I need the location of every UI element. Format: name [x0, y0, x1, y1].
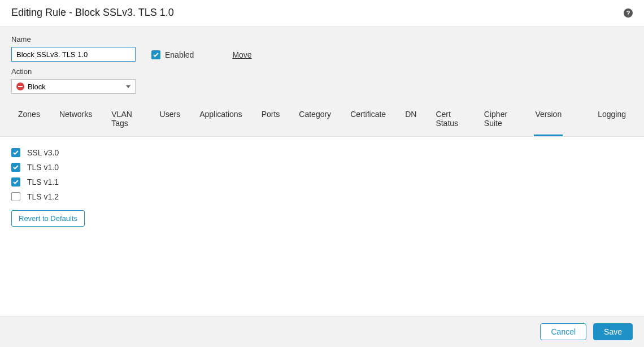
action-field-block: Action Block	[11, 67, 633, 94]
block-icon	[16, 83, 24, 90]
tab-category[interactable]: Category	[298, 104, 332, 136]
tabs-bar: ZonesNetworksVLAN TagsUsersApplicationsP…	[11, 104, 633, 136]
dialog-footer: Cancel Save	[0, 316, 644, 347]
enabled-label: Enabled	[165, 50, 194, 59]
dialog-header: Editing Rule - Block SSLv3. TLS 1.0 ?	[0, 0, 644, 27]
version-row: SSL v3.0	[11, 148, 633, 157]
version-checkbox[interactable]	[11, 148, 20, 157]
version-checkbox[interactable]	[11, 163, 20, 172]
version-row: TLS v1.0	[11, 163, 633, 172]
revert-button[interactable]: Revert to Defaults	[11, 210, 85, 227]
chevron-down-icon	[126, 85, 130, 88]
version-label: TLS v1.2	[27, 192, 59, 201]
version-row: TLS v1.2	[11, 192, 633, 201]
tab-applications[interactable]: Applications	[198, 104, 243, 136]
version-row: TLS v1.1	[11, 177, 633, 186]
action-value: Block	[28, 83, 46, 91]
tab-users[interactable]: Users	[159, 104, 182, 136]
version-checkbox[interactable]	[11, 177, 20, 186]
dialog-title: Editing Rule - Block SSLv3. TLS 1.0	[11, 7, 174, 19]
enabled-toggle[interactable]: Enabled	[151, 50, 194, 62]
version-label: SSL v3.0	[27, 148, 59, 157]
tab-version[interactable]: Version	[534, 104, 563, 136]
name-input[interactable]	[11, 47, 136, 62]
version-label: TLS v1.0	[27, 163, 59, 172]
help-icon[interactable]: ?	[624, 8, 633, 18]
tab-certificate[interactable]: Certificate	[349, 104, 387, 136]
version-label: TLS v1.1	[27, 177, 59, 186]
move-link[interactable]: Move	[232, 50, 251, 62]
action-label: Action	[11, 67, 633, 76]
tab-ports[interactable]: Ports	[260, 104, 281, 136]
enabled-checkbox[interactable]	[151, 50, 160, 59]
tab-cert-status[interactable]: Cert Status	[434, 104, 465, 136]
tab-logging[interactable]: Logging	[597, 104, 627, 136]
tab-zones[interactable]: Zones	[17, 104, 41, 136]
name-field-block: Name	[11, 35, 136, 62]
form-area: Name Enabled Move Action Block ZonesNetw…	[0, 27, 644, 137]
action-select[interactable]: Block	[11, 79, 136, 94]
tab-dn[interactable]: DN	[404, 104, 417, 136]
version-checkbox[interactable]	[11, 192, 20, 201]
tab-vlan-tags[interactable]: VLAN Tags	[110, 104, 141, 136]
tab-cipher-suite[interactable]: Cipher Suite	[483, 104, 517, 136]
tab-content-version: SSL v3.0TLS v1.0TLS v1.1TLS v1.2 Revert …	[0, 137, 644, 316]
cancel-button[interactable]: Cancel	[540, 323, 586, 340]
name-label: Name	[11, 35, 136, 44]
tab-networks[interactable]: Networks	[58, 104, 93, 136]
save-button[interactable]: Save	[593, 323, 633, 340]
